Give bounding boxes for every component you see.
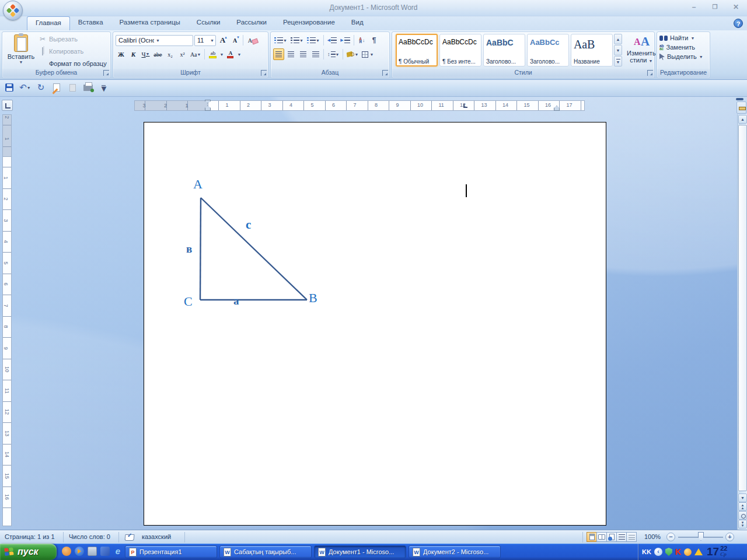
customize-qat-button[interactable]: ▼ <box>98 82 110 93</box>
align-right-button[interactable] <box>298 48 309 60</box>
tab-rassylki[interactable]: Рассылки <box>228 16 275 30</box>
scroll-down-icon[interactable]: ▼ <box>738 494 747 502</box>
tab-vstavka[interactable]: Вставка <box>70 16 111 30</box>
quick-print-button[interactable] <box>82 82 94 93</box>
word-count[interactable]: Число слов: 0 <box>69 533 110 540</box>
undo-button[interactable]: ↶▼ <box>19 82 31 93</box>
style-title[interactable]: АаВ Название <box>571 34 613 66</box>
style-no-spacing[interactable]: AaBbCcDc ¶ Без инте... <box>439 34 481 66</box>
align-left-button[interactable] <box>273 48 284 60</box>
previous-page-button[interactable]: ▲▲ <box>738 502 747 511</box>
warning-triangle-icon[interactable] <box>694 548 703 555</box>
kaspersky-icon[interactable]: K <box>675 547 681 556</box>
tab-glavnaya[interactable]: Главная <box>27 16 70 30</box>
taskbar-button-presentation[interactable]: P Презентация1 <box>125 545 217 558</box>
tab-razmetka[interactable]: Разметка страницы <box>111 16 189 30</box>
paste-button[interactable]: Вставить ▼ <box>5 33 37 73</box>
italic-button[interactable]: К <box>128 48 139 60</box>
style-heading2[interactable]: AaBbCc Заголово... <box>527 34 569 66</box>
document-page[interactable]: А В С в с а <box>144 122 606 526</box>
internet-explorer-icon[interactable]: e <box>113 547 123 556</box>
numbering-button[interactable]: ▼ <box>289 34 305 46</box>
taskbar-button-sabaktyn[interactable]: W Сабақтың тақырыб... <box>219 545 312 558</box>
underline-button[interactable]: Ч▼ <box>140 48 151 60</box>
language-bar[interactable]: KK <box>642 548 651 555</box>
office-button[interactable] <box>3 1 23 20</box>
start-button[interactable]: пуск <box>0 544 57 560</box>
select-button[interactable]: Выделить▼ <box>659 53 707 60</box>
line-spacing-button[interactable]: ↕ ▼ <box>326 48 340 60</box>
restore-button[interactable]: ❐ <box>707 2 722 12</box>
scrollbar-thumb[interactable] <box>738 125 747 491</box>
superscript-button[interactable]: х² <box>177 48 188 60</box>
styles-scroll-down-icon[interactable]: ▼ <box>614 45 622 55</box>
font-color-button[interactable]: А <box>225 48 236 60</box>
sort-button[interactable]: А Я ↓ <box>357 34 368 46</box>
language-indicator[interactable]: казахский <box>142 533 171 540</box>
font-name-combo[interactable]: Calibri (Основной те▼ <box>116 35 193 46</box>
tab-selector-button[interactable] <box>2 100 13 111</box>
zoom-level[interactable]: 100% <box>644 533 661 540</box>
dialog-launcher-icon[interactable] <box>647 70 653 76</box>
increase-indent-button[interactable]: ▶ <box>339 34 351 46</box>
dialog-launcher-icon[interactable] <box>261 70 267 76</box>
edit-document-button[interactable] <box>51 82 62 93</box>
zoom-in-button[interactable]: + <box>725 533 734 541</box>
print-layout-view-button[interactable] <box>587 532 597 542</box>
ruler-toggle-button[interactable] <box>736 102 746 114</box>
web-layout-view-button[interactable] <box>606 532 617 542</box>
scroll-up-icon[interactable]: ▲ <box>738 115 747 124</box>
copy-button[interactable]: Копировать <box>39 47 107 56</box>
find-button[interactable]: Найти▼ <box>659 34 707 41</box>
bullets-button[interactable]: ▼ <box>273 34 288 46</box>
subscript-button[interactable]: х₂ <box>165 48 176 60</box>
tray-clock[interactable]: 17 22 Ср <box>707 545 727 558</box>
save-button[interactable] <box>4 82 15 93</box>
dialog-launcher-icon[interactable] <box>103 70 109 76</box>
outline-view-button[interactable] <box>616 532 627 542</box>
multilevel-list-button[interactable]: ▼ <box>306 34 321 46</box>
justify-button[interactable] <box>310 48 321 60</box>
strikethrough-button[interactable]: abe <box>152 48 163 60</box>
style-normal[interactable]: AaBbCcDc ¶ Обычный <box>396 34 438 66</box>
taskbar-button-document2[interactable]: W Документ2 - Microso... <box>409 545 501 558</box>
chevron-down-icon[interactable]: ▼ <box>219 52 224 57</box>
tray-collapse-icon[interactable]: ‹ <box>654 548 662 556</box>
chevron-down-icon[interactable]: ▼ <box>237 52 241 57</box>
highlight-button[interactable]: ab <box>207 48 218 60</box>
messenger-icon[interactable] <box>62 547 71 556</box>
tools-icon[interactable] <box>100 547 110 556</box>
split-handle[interactable] <box>736 98 743 100</box>
select-browse-object-button[interactable] <box>738 511 747 520</box>
tray-ball-icon[interactable] <box>684 548 692 556</box>
triangle-drawing[interactable] <box>167 172 366 365</box>
change-case-button[interactable]: Аа▼ <box>189 48 202 60</box>
shading-button[interactable]: ▼ <box>345 48 359 60</box>
tab-recenzirovanie[interactable]: Рецензирование <box>275 16 343 30</box>
vertical-ruler[interactable]: 21 12345678910111213141516 <box>2 114 12 526</box>
draft-view-button[interactable] <box>626 532 637 542</box>
tab-stop-marker[interactable] <box>463 104 467 108</box>
redo-button[interactable]: ↻ <box>35 82 47 93</box>
tab-vid[interactable]: Вид <box>343 16 372 30</box>
font-size-combo[interactable]: 11▼ <box>194 35 216 46</box>
minimize-button[interactable]: – <box>686 2 701 12</box>
vertical-scrollbar[interactable]: ▲ ▼ ▲▲ ▼▼ <box>737 114 747 530</box>
styles-gallery-more-icon[interactable]: ▼ <box>614 56 622 66</box>
cut-button[interactable]: ✂ Вырезать <box>39 34 107 44</box>
next-page-button[interactable]: ▼▼ <box>738 520 747 528</box>
align-center-button[interactable] <box>285 48 296 60</box>
shrink-font-button[interactable]: А▼ <box>229 34 240 46</box>
replace-button[interactable]: ab ac Заменить <box>659 44 707 51</box>
antivirus-shield-icon[interactable] <box>665 548 672 556</box>
dialog-launcher-icon[interactable] <box>382 70 388 76</box>
bold-button[interactable]: Ж <box>116 48 127 60</box>
styles-scroll-up-icon[interactable]: ▲ <box>614 34 622 44</box>
decrease-indent-button[interactable]: ◀ <box>326 34 338 46</box>
page-indicator[interactable]: Страница: 1 из 1 <box>5 533 55 540</box>
disabled-document-button[interactable] <box>67 82 78 93</box>
show-marks-button[interactable]: ¶ <box>369 34 380 46</box>
taskbar-button-document1[interactable]: W Документ1 - Microso... <box>314 545 406 558</box>
close-button[interactable]: ✕ <box>728 2 743 12</box>
format-painter-button[interactable]: Формат по образцу <box>39 59 107 68</box>
